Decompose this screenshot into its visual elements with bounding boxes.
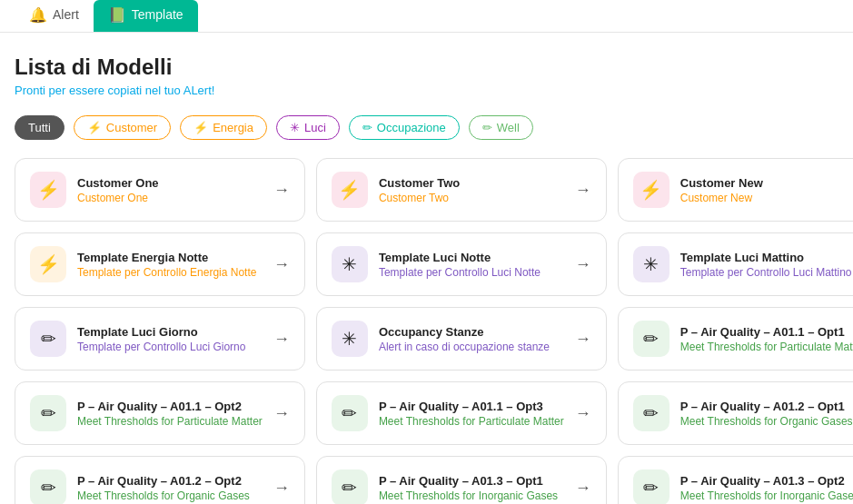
card-info: P – Air Quality – A01.1 – Opt2 Meet Thre… — [77, 400, 263, 428]
card-icon-wrap: ✏ — [633, 395, 670, 431]
card-info: Template Energia Notte Template per Cont… — [77, 251, 263, 279]
card-info: P – Air Quality – A01.3 – Opt2 Meet Thre… — [680, 474, 853, 502]
tab-alert-label: Alert — [53, 7, 79, 22]
card-icon-wrap: ✏ — [30, 395, 66, 431]
card-icon-wrap: ✏ — [332, 395, 368, 431]
card-subtitle: Customer One — [77, 192, 263, 204]
filter-occupazione[interactable]: ✏ Occupazione — [349, 115, 460, 140]
card-icon: ✏ — [643, 477, 659, 499]
card-item[interactable]: ✳ Template Luci Mattino Template per Con… — [618, 232, 853, 296]
card-subtitle: Meet Thresholds for Particulate Matter — [77, 415, 263, 428]
customer-icon: ⚡ — [87, 121, 102, 134]
filter-row: Tutti ⚡ Customer ⚡ Energia ✳ Luci ✏ Occu… — [15, 115, 838, 140]
card-subtitle: Meet Thresholds for Organic Gases — [680, 415, 853, 428]
card-subtitle: Meet Thresholds for Particulate Matter — [379, 415, 564, 428]
occupazione-icon: ✏ — [362, 121, 372, 134]
card-arrow: → — [575, 404, 591, 423]
card-title: P – Air Quality – A01.2 – Opt1 — [680, 400, 853, 413]
filter-luci[interactable]: ✳ Luci — [276, 115, 340, 140]
card-icon: ✏ — [41, 477, 56, 499]
card-title: Customer Two — [379, 176, 564, 190]
alert-icon: 🔔 — [29, 6, 47, 24]
filter-customer[interactable]: ⚡ Customer — [74, 115, 171, 140]
card-arrow: → — [273, 479, 290, 498]
card-icon-wrap: ⚡ — [30, 172, 66, 208]
card-icon: ⚡ — [37, 253, 60, 275]
card-item[interactable]: ✏ P – Air Quality – A01.2 – Opt2 Meet Th… — [15, 456, 305, 504]
card-subtitle: Template per Controllo Energia Notte — [77, 266, 263, 279]
card-item[interactable]: ✳ Occupancy Stanze Alert in caso di occu… — [316, 307, 607, 371]
card-icon-wrap: ✏ — [332, 469, 368, 504]
well-icon: ✏ — [482, 121, 492, 134]
card-icon: ✏ — [41, 402, 56, 424]
card-arrow: → — [575, 330, 591, 349]
tab-template[interactable]: 📗 Template — [94, 0, 198, 32]
card-item[interactable]: ✏ P – Air Quality – A01.1 – Opt3 Meet Th… — [316, 381, 607, 445]
card-item[interactable]: ✏ Template Luci Giorno Template per Cont… — [15, 307, 305, 371]
card-item[interactable]: ⚡ Customer One Customer One → — [15, 158, 305, 222]
card-icon: ✏ — [41, 328, 56, 350]
card-info: P – Air Quality – A01.1 – Opt3 Meet Thre… — [379, 400, 564, 428]
card-arrow: → — [273, 181, 290, 200]
card-info: P – Air Quality – A01.2 – Opt2 Meet Thre… — [77, 474, 263, 502]
luci-icon: ✳ — [290, 121, 300, 134]
filter-well-label: Well — [497, 121, 520, 134]
card-item[interactable]: ✏ P – Air Quality – A01.3 – Opt2 Meet Th… — [618, 456, 853, 504]
card-icon-wrap: ✳ — [332, 321, 368, 357]
card-title: Template Energia Notte — [77, 251, 263, 264]
card-info: P – Air Quality – A01.3 – Opt1 Meet Thre… — [379, 474, 564, 502]
filter-tutti[interactable]: Tutti — [15, 115, 64, 140]
card-item[interactable]: ⚡ Customer New Customer New → — [618, 158, 853, 222]
card-icon-wrap: ✳ — [332, 246, 368, 282]
card-title: Template Luci Mattino — [680, 251, 853, 264]
filter-luci-label: Luci — [304, 121, 326, 134]
card-icon-wrap: ✏ — [633, 321, 670, 357]
card-item[interactable]: ⚡ Template Energia Notte Template per Co… — [15, 232, 305, 296]
card-arrow: → — [273, 404, 290, 423]
card-item[interactable]: ⚡ Customer Two Customer Two → — [316, 158, 607, 222]
card-arrow: → — [575, 479, 591, 498]
card-icon: ✳ — [643, 253, 659, 275]
card-title: Customer New — [680, 176, 853, 190]
card-item[interactable]: ✏ P – Air Quality – A01.3 – Opt1 Meet Th… — [316, 456, 607, 504]
card-subtitle: Meet Thresholds for Inorganic Gases — [379, 489, 564, 502]
card-subtitle: Alert in caso di occupazione stanze — [379, 341, 564, 353]
card-info: Customer New Customer New — [680, 176, 853, 204]
card-subtitle: Meet Thresholds for Inorganic Gases — [680, 489, 853, 502]
card-info: Occupancy Stanze Alert in caso di occupa… — [379, 325, 564, 353]
card-title: P – Air Quality – A01.3 – Opt1 — [379, 474, 564, 488]
card-item[interactable]: ✏ P – Air Quality – A01.1 – Opt1 Meet Th… — [618, 307, 853, 371]
card-arrow: → — [273, 255, 290, 274]
card-icon-wrap: ✏ — [30, 469, 66, 504]
card-icon-wrap: ✏ — [633, 469, 670, 504]
card-subtitle: Template per Controllo Luci Giorno — [77, 341, 263, 353]
filter-energia[interactable]: ⚡ Energia — [180, 115, 267, 140]
filter-well[interactable]: ✏ Well — [469, 115, 533, 140]
energia-icon: ⚡ — [193, 121, 208, 134]
card-info: Customer One Customer One — [77, 176, 263, 204]
main-content: Lista di Modelli Pronti per essere copia… — [0, 33, 853, 504]
tab-template-label: Template — [132, 7, 183, 22]
card-icon-wrap: ⚡ — [633, 172, 670, 208]
top-nav: 🔔 Alert 📗 Template — [0, 0, 853, 33]
card-subtitle: Customer Two — [379, 192, 564, 204]
tab-alert[interactable]: 🔔 Alert — [15, 0, 94, 32]
card-icon: ✏ — [643, 328, 659, 350]
card-item[interactable]: ✏ P – Air Quality – A01.1 – Opt2 Meet Th… — [15, 381, 305, 445]
card-icon: ⚡ — [338, 179, 361, 201]
card-title: Customer One — [77, 176, 263, 190]
card-item[interactable]: ✏ P – Air Quality – A01.2 – Opt1 Meet Th… — [618, 381, 853, 445]
card-icon: ✏ — [643, 402, 659, 424]
card-title: Template Luci Giorno — [77, 325, 263, 339]
card-title: P – Air Quality – A01.3 – Opt2 — [680, 474, 853, 488]
card-icon-wrap: ✏ — [30, 321, 66, 357]
card-icon-wrap: ⚡ — [332, 172, 368, 208]
card-item[interactable]: ✳ Template Luci Notte Template per Contr… — [316, 232, 607, 296]
card-title: P – Air Quality – A01.1 – Opt1 — [680, 325, 853, 339]
card-icon: ✳ — [342, 328, 357, 350]
card-grid: ⚡ Customer One Customer One → ⚡ Customer… — [15, 158, 838, 504]
card-title: P – Air Quality – A01.1 – Opt3 — [379, 400, 564, 413]
card-icon: ✳ — [342, 253, 357, 275]
card-icon: ⚡ — [640, 179, 662, 201]
page-subtitle: Pronti per essere copiati nel tuo ALert! — [15, 84, 838, 97]
